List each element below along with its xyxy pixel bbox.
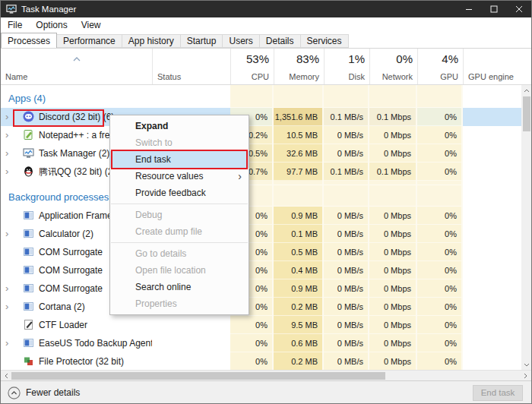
tab-processes[interactable]: Processes — [1, 33, 57, 48]
context-menu-item-go-to-details: Go to details — [110, 245, 249, 262]
context-menu-item-expand[interactable]: Expand — [110, 118, 249, 134]
column-header-gpu[interactable]: 4%GPU — [417, 49, 463, 84]
tab-app-history[interactable]: App history — [122, 34, 181, 48]
memory-cell — [274, 185, 324, 207]
tab-startup[interactable]: Startup — [181, 34, 223, 48]
generic-icon — [23, 210, 34, 221]
process-row[interactable]: File Protector (32 bit)0%0.2 MB0 MB/s0 M… — [1, 352, 522, 370]
close-button[interactable] — [506, 1, 531, 17]
context-menu-item-provide-feedback[interactable]: Provide feedback — [110, 185, 249, 201]
disk-cell: 0 MB/s — [324, 243, 369, 261]
process-row[interactable]: ›Notepad++ : a free (G0.2%10.5 MB0 MB/s0… — [1, 126, 522, 144]
chevron-right-icon[interactable]: › — [5, 163, 14, 181]
discord-icon — [23, 111, 34, 122]
tab-performance[interactable]: Performance — [57, 34, 122, 48]
memory-cell: 0.9 MB — [274, 279, 324, 298]
process-name-label: COM Surrogate — [39, 261, 103, 279]
process-name-cell: ›EaseUS Todo Backup Agent App... — [1, 334, 152, 352]
gpu-engine-cell — [463, 144, 522, 163]
generic-icon — [23, 337, 34, 349]
process-row[interactable]: CTF Loader0%9.5 MB0 MB/s0 Mbps0% — [1, 316, 522, 334]
vertical-scrollbar[interactable] — [521, 85, 531, 370]
disk-cell: 0 MB/s — [324, 144, 369, 163]
network-cell: 0.1 Mbps — [369, 163, 417, 181]
process-row[interactable]: COM Surrogate0%0.4 MB0 MB/s0 Mbps0% — [1, 261, 522, 279]
column-header-cpu[interactable]: 53%CPU — [230, 49, 274, 84]
chevron-right-icon[interactable]: › — [5, 279, 14, 298]
memory-cell: 0.6 MB — [274, 334, 324, 352]
column-header-status[interactable]: Status — [152, 49, 230, 84]
process-name-cell: File Protector (32 bit) — [1, 352, 152, 370]
process-row[interactable]: ›Cortana (2)0%0.2 MB0 MB/s0 Mbps0% — [1, 298, 522, 316]
memory-cell: 0.5 MB — [274, 243, 324, 261]
column-header-disk[interactable]: 1%Disk — [324, 49, 369, 84]
scroll-left-icon[interactable] — [1, 371, 11, 380]
process-row[interactable]: ›Task Manager (2)0.5%32.6 MB0 MB/s0 Mbps… — [1, 144, 522, 163]
context-menu-item-search-online[interactable]: Search online — [110, 279, 249, 295]
process-row[interactable]: ›EaseUS Todo Backup Agent App...0%0.6 MB… — [1, 334, 522, 352]
horizontal-scrollbar-thumb[interactable] — [11, 372, 385, 380]
chevron-right-icon[interactable]: › — [5, 126, 14, 144]
usage-percent-network: 0% — [396, 52, 413, 65]
context-menu-item-switch-to: Switch to — [110, 134, 249, 151]
cpu-cell: 0% — [230, 352, 274, 370]
memory-cell: 9.5 MB — [274, 316, 324, 334]
context-menu-item-properties: Properties — [110, 295, 249, 312]
generic-icon — [23, 228, 34, 239]
chevron-right-icon[interactable]: › — [5, 225, 14, 243]
process-row[interactable]: ›Calculator (2)0%0.1 MB0 MB/s0 Mbps0% — [1, 225, 522, 243]
column-header-memory[interactable]: 83%Memory — [274, 49, 324, 84]
column-header: Name Status 53%CPU83%Memory1%Disk0%Netwo… — [1, 48, 531, 85]
scroll-down-icon[interactable] — [521, 359, 531, 370]
minimize-button[interactable] — [456, 1, 481, 17]
menubar-item-file[interactable]: File — [1, 17, 29, 33]
context-menu-separator — [111, 204, 248, 204]
memory-cell: 0.2 MB — [274, 298, 324, 316]
fewer-details-label: Fewer details — [26, 387, 80, 398]
usage-label-gpu: GPU — [440, 72, 458, 81]
menubar-item-view[interactable]: View — [74, 17, 108, 33]
column-header-gpu-engine[interactable]: GPU engine — [463, 49, 522, 84]
chevron-right-icon[interactable]: › — [5, 108, 14, 126]
memory-cell: 32.6 MB — [274, 144, 324, 163]
chevron-right-icon[interactable]: › — [5, 334, 14, 352]
column-header-network[interactable]: 0%Network — [369, 49, 417, 84]
process-row[interactable]: COM Surrogate0%0.5 MB0 MB/s0 Mbps0% — [1, 243, 522, 261]
task-manager-window: Task Manager FileOptionsView ProcessesPe… — [0, 0, 532, 404]
group-header-background-processes[interactable]: Background processes — [1, 185, 522, 207]
group-header-label: Background processes — [8, 191, 109, 203]
scroll-up-icon[interactable] — [521, 85, 531, 96]
gpu-cell: 0% — [417, 225, 463, 243]
chevron-right-icon[interactable]: › — [5, 298, 14, 316]
scroll-right-icon[interactable] — [520, 371, 530, 380]
gpu-cell: 0% — [417, 316, 463, 334]
horizontal-scrollbar[interactable] — [1, 370, 531, 380]
gpu-engine-cell — [463, 316, 522, 334]
context-menu-separator — [111, 242, 248, 243]
gpu-cell: 0% — [417, 352, 463, 370]
process-row[interactable]: ›Discord (32 bit) (6)0%1,351.6 MB0.1 MB/… — [1, 108, 522, 126]
fewer-details-toggle[interactable]: Fewer details — [8, 387, 80, 399]
task-manager-icon — [6, 4, 17, 14]
process-list: Apps (4)›Discord (32 bit) (6)0%1,351.6 M… — [1, 85, 531, 370]
context-menu-item-end-task[interactable]: End task — [110, 151, 249, 168]
process-row[interactable]: ›腾讯QQ (32 bit) (2)0.7%97.7 MB0.1 MB/s0.1… — [1, 163, 522, 181]
disk-cell: 0 MB/s — [324, 352, 369, 370]
vertical-scrollbar-thumb[interactable] — [523, 96, 530, 131]
process-row[interactable]: ›COM Surrogate0%0.9 MB0 MB/s0 Mbps0% — [1, 279, 522, 298]
maximize-button[interactable] — [481, 1, 506, 17]
tab-details[interactable]: Details — [260, 34, 301, 48]
group-header-apps[interactable]: Apps (4) — [1, 85, 522, 108]
context-menu-item-create-dump-file: Create dump file — [110, 223, 249, 240]
tab-services[interactable]: Services — [301, 34, 349, 48]
context-menu-item-resource-values[interactable]: Resource values› — [110, 168, 249, 185]
tab-users[interactable]: Users — [223, 34, 259, 48]
column-header-name[interactable]: Name — [1, 49, 152, 84]
end-task-button[interactable]: End task — [473, 385, 523, 401]
process-row[interactable]: Application Frame Hos0%0.9 MB0 MB/s0 Mbp… — [1, 207, 522, 225]
context-menu-item-debug: Debug — [110, 207, 249, 223]
menubar-item-options[interactable]: Options — [29, 17, 74, 33]
chevron-right-icon[interactable]: › — [5, 144, 14, 163]
network-cell: 0 Mbps — [369, 243, 417, 261]
gpu-engine-cell — [463, 298, 522, 316]
